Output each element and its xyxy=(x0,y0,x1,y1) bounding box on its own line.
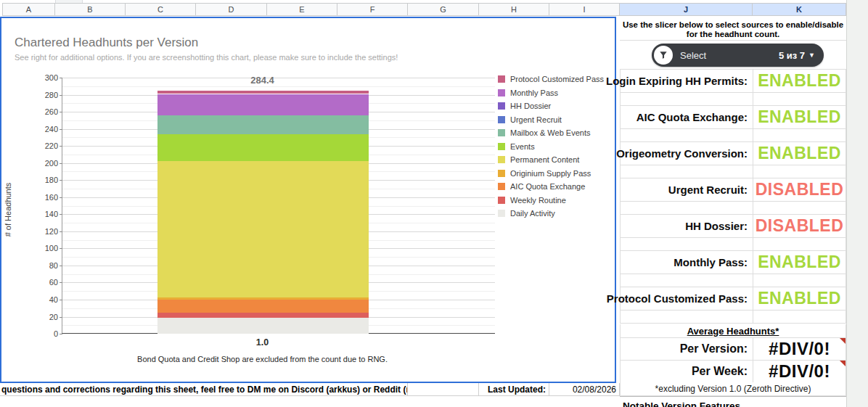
column-header-h[interactable]: H xyxy=(479,3,549,16)
status-badge: ENABLED xyxy=(758,107,841,127)
bar-segment-mailbox-web-events[interactable] xyxy=(157,115,369,134)
slicer-instruction: Use the slicer below to select sources t… xyxy=(620,17,846,41)
empty-cell[interactable] xyxy=(621,311,753,323)
slicer-count[interactable]: 5 из 7 ▼ xyxy=(779,50,815,61)
y-tick-mark xyxy=(60,95,62,96)
setting-row: Origeometry Conversion:ENABLED xyxy=(620,142,846,165)
y-tick-label: 120 xyxy=(30,227,58,236)
empty-row xyxy=(620,129,846,142)
setting-row: Monthly Pass:ENABLED xyxy=(620,251,846,274)
legend-label: Protocol Customized Pass xyxy=(510,75,604,83)
y-tick-label: 180 xyxy=(30,176,58,184)
setting-label-cell[interactable]: Origeometry Conversion: xyxy=(621,142,753,165)
column-header-k[interactable]: K xyxy=(753,3,846,16)
setting-status-cell[interactable]: ENABLED xyxy=(753,70,846,92)
bar-segment-permanent-content[interactable] xyxy=(157,161,369,297)
y-tick-mark xyxy=(60,266,62,266)
x-axis-category-label: 1.0 xyxy=(234,337,292,348)
setting-label-cell[interactable]: HH Dossier: xyxy=(621,215,753,237)
status-badge: ENABLED xyxy=(758,252,841,272)
footer-note-cell[interactable]: questions and corrections regarding this… xyxy=(0,383,408,396)
bar-segment-daily-activity[interactable] xyxy=(157,318,369,334)
last-updated-label-cell[interactable]: Last Updated: xyxy=(479,383,549,396)
last-updated-value-cell[interactable]: 02/08/2026 xyxy=(549,383,620,396)
setting-label-cell[interactable]: Monthly Pass: xyxy=(621,251,753,274)
setting-label-cell[interactable]: Urgent Recruit: xyxy=(621,178,753,201)
legend-item: Protocol Customized Pass xyxy=(498,73,604,86)
setting-label-cell[interactable]: AIC Quota Exchange: xyxy=(621,106,753,128)
legend-swatch xyxy=(498,89,505,96)
setting-status-cell[interactable]: DISABLED xyxy=(753,178,846,201)
empty-cell[interactable] xyxy=(621,129,753,141)
bar-segment-originium-supply-pass[interactable] xyxy=(157,297,369,300)
averages-footnote-row[interactable]: *excluding Version 1.0 (Zeroth Directive… xyxy=(620,382,846,396)
bar-segment-weekly-routine[interactable] xyxy=(157,313,369,318)
setting-label-cell[interactable]: Login Expiring HH Permits: xyxy=(621,70,753,92)
last-updated-value: 02/08/2026 xyxy=(573,385,616,395)
setting-label-cell[interactable]: Protocol Customized Pass: xyxy=(621,287,753,310)
setting-status-cell[interactable]: ENABLED xyxy=(753,106,846,128)
average-label-cell[interactable]: Per Week: xyxy=(621,361,753,382)
setting-status-cell[interactable]: DISABLED xyxy=(753,215,846,237)
column-header-j[interactable]: J xyxy=(620,3,753,16)
average-value-cell[interactable]: #DIV/0! xyxy=(753,361,846,382)
empty-cell[interactable] xyxy=(621,93,753,105)
y-tick-mark xyxy=(60,112,62,112)
setting-status-cell[interactable]: ENABLED xyxy=(753,142,846,165)
average-value-cell[interactable]: #DIV/0! xyxy=(753,338,846,360)
y-tick-mark xyxy=(60,146,62,147)
legend-swatch xyxy=(498,210,505,217)
stacked-bar[interactable] xyxy=(157,78,369,334)
status-badge: DISABLED xyxy=(756,216,844,236)
error-corner-flag xyxy=(840,361,846,366)
column-header-b[interactable]: B xyxy=(55,3,126,16)
bar-segment-monthly-pass[interactable] xyxy=(157,94,369,115)
y-tick-label: 0 xyxy=(30,329,58,338)
setting-label: AIC Quota Exchange: xyxy=(636,111,748,123)
column-header-f[interactable]: F xyxy=(337,3,408,16)
notable-version-features-row[interactable]: Notable Version Features xyxy=(620,396,846,407)
footer-empty-cell[interactable] xyxy=(408,383,479,396)
column-header-c[interactable]: C xyxy=(126,3,196,16)
chart-object[interactable]: Chartered Headhunts per Version See righ… xyxy=(0,17,616,383)
column-header-i[interactable]: I xyxy=(549,3,620,16)
average-headhunts-heading: Average Headhunts* xyxy=(687,326,779,337)
legend-item: AIC Quota Exchange xyxy=(498,180,604,194)
y-tick-label: 40 xyxy=(30,295,58,304)
y-tick-mark xyxy=(60,180,62,181)
setting-label: HH Dossier: xyxy=(685,220,748,232)
y-tick-label: 200 xyxy=(30,159,58,168)
y-tick-label: 100 xyxy=(30,244,58,252)
average-headhunts-heading-row[interactable]: Average Headhunts* xyxy=(620,324,846,338)
legend-label: Permanent Content xyxy=(510,155,579,164)
column-header-g[interactable]: G xyxy=(408,3,479,16)
setting-row: Urgent Recruit:DISABLED xyxy=(620,178,846,202)
bar-segment-events[interactable] xyxy=(157,134,369,161)
settings-panel: Use the slicer below to select sources t… xyxy=(620,17,846,407)
y-tick-mark xyxy=(60,231,62,232)
average-label-cell[interactable]: Per Version: xyxy=(621,338,753,360)
legend-label: Daily Activity xyxy=(510,209,555,218)
empty-cell[interactable] xyxy=(621,238,753,250)
y-tick-mark xyxy=(60,197,62,198)
status-badge: ENABLED xyxy=(758,289,841,308)
empty-row xyxy=(620,202,846,215)
legend-item: Mailbox & Web Events xyxy=(498,126,604,140)
column-header-a[interactable]: A xyxy=(2,3,55,16)
empty-cell[interactable] xyxy=(621,202,753,214)
empty-cell[interactable] xyxy=(621,274,753,287)
column-header-d[interactable]: D xyxy=(196,3,267,16)
setting-status-cell[interactable]: ENABLED xyxy=(753,287,846,310)
bar-segment-aic-quota-exchange[interactable] xyxy=(157,300,369,313)
column-header-e[interactable]: E xyxy=(267,3,337,16)
slicer-label: Select xyxy=(680,50,706,61)
empty-cell[interactable] xyxy=(621,165,753,178)
bar-segment-protocol-customized-pass[interactable] xyxy=(157,91,369,94)
legend-swatch xyxy=(498,116,505,123)
legend-label: Urgent Recruit xyxy=(510,115,562,124)
slicer-button[interactable]: Select 5 из 7 ▼ xyxy=(652,44,824,67)
setting-label: Urgent Recruit: xyxy=(668,184,748,196)
legend-label: AIC Quota Exchange xyxy=(510,182,585,191)
setting-status-cell[interactable]: ENABLED xyxy=(753,251,846,274)
offgrid-area xyxy=(846,0,868,407)
